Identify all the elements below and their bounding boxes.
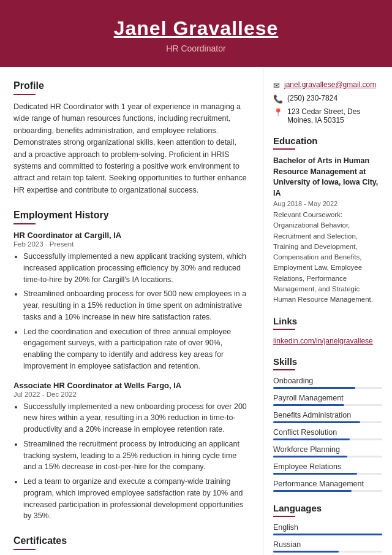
left-column: Profile Dedicated HR Coordinator with 1 … bbox=[0, 67, 263, 555]
list-item: Led a team to organize and execute a com… bbox=[23, 476, 249, 522]
employment-divider bbox=[13, 223, 36, 224]
job-1-bullets: Successfully implemented a new applicant… bbox=[13, 251, 249, 372]
skill-bar-fill bbox=[273, 473, 357, 475]
language-label: English bbox=[273, 523, 382, 532]
contact-section: ✉ janel.gravallese@gmail.com 📞 (250) 230… bbox=[273, 80, 382, 124]
skill-bar-bg bbox=[273, 456, 382, 457]
profile-title: Profile bbox=[13, 80, 249, 91]
list-item: Successfully implemented a new onboardin… bbox=[23, 401, 249, 435]
skill-label: Workforce Planning bbox=[273, 445, 382, 454]
address-text: 123 Cedar Street, Des Moines, IA 50315 bbox=[287, 107, 382, 124]
skills-list: Onboarding Payroll Management Benefits A… bbox=[273, 377, 382, 492]
list-item: Successfully implemented a new applicant… bbox=[23, 251, 249, 285]
list-item: Streamlined onboarding process for over … bbox=[23, 288, 249, 323]
skill-item: Performance Management bbox=[273, 480, 382, 492]
education-divider bbox=[273, 148, 295, 150]
job-2: Associate HR Coordinator at Wells Fargo,… bbox=[13, 381, 249, 522]
job-2-title: Associate HR Coordinator at Wells Fargo,… bbox=[13, 381, 249, 390]
skill-bar-bg bbox=[273, 421, 382, 423]
job-2-bullets: Successfully implemented a new onboardin… bbox=[13, 401, 249, 522]
candidate-title: HR Coordinator bbox=[12, 44, 380, 53]
job-2-dates: Jul 2022 - Dec 2022 bbox=[13, 391, 249, 398]
skill-bar-bg bbox=[273, 404, 382, 406]
skill-label: Onboarding bbox=[273, 377, 382, 385]
certificates-section: Certificates Society for Human Resource … bbox=[13, 535, 249, 555]
email-link[interactable]: janel.gravallese@gmail.com bbox=[284, 80, 376, 89]
language-bar-fill bbox=[273, 551, 339, 553]
education-section: Education Bachelor of Arts in Human Reso… bbox=[273, 136, 382, 305]
languages-list: English Russian bbox=[273, 523, 382, 553]
skill-label: Performance Management bbox=[273, 480, 382, 488]
language-item: Russian bbox=[273, 540, 382, 553]
skill-bar-fill bbox=[273, 404, 344, 406]
skill-label: Conflict Resolution bbox=[273, 428, 382, 437]
skill-bar-bg bbox=[273, 387, 382, 389]
contact-address: 📍 123 Cedar Street, Des Moines, IA 50315 bbox=[273, 107, 382, 124]
skill-bar-fill bbox=[273, 421, 360, 423]
skill-item: Conflict Resolution bbox=[273, 428, 382, 440]
skill-label: Benefits Administration bbox=[273, 411, 382, 419]
education-degree: Bachelor of Arts in Human Resource Manag… bbox=[273, 156, 382, 199]
skills-title: Skills bbox=[273, 356, 382, 367]
certificates-title: Certificates bbox=[13, 535, 249, 546]
language-item: English bbox=[273, 523, 382, 535]
language-bar-bg bbox=[273, 534, 382, 535]
language-label: Russian bbox=[273, 540, 382, 549]
right-column: ✉ janel.gravallese@gmail.com 📞 (250) 230… bbox=[263, 67, 392, 555]
skill-bar-bg bbox=[273, 490, 382, 492]
employment-section: Employment History HR Coordinator at Car… bbox=[13, 210, 249, 522]
certificates-divider bbox=[13, 549, 36, 550]
contact-email: ✉ janel.gravallese@gmail.com bbox=[273, 80, 382, 90]
links-section: Links linkedin.com/in/janelgravallese bbox=[273, 316, 382, 345]
email-icon: ✉ bbox=[273, 81, 280, 90]
education-dates: Aug 2018 - May 2022 bbox=[273, 200, 382, 207]
education-coursework: Relevant Coursework: Organizational Beha… bbox=[273, 210, 382, 305]
skill-bar-bg bbox=[273, 438, 382, 440]
skills-section: Skills Onboarding Payroll Management Ben… bbox=[273, 356, 382, 492]
skill-item: Payroll Management bbox=[273, 394, 382, 406]
languages-title: Languages bbox=[273, 503, 382, 513]
employment-title: Employment History bbox=[13, 210, 249, 221]
contact-phone: 📞 (250) 230-7824 bbox=[273, 94, 382, 104]
skill-bar-fill bbox=[273, 456, 347, 457]
links-divider bbox=[273, 329, 295, 330]
profile-section: Profile Dedicated HR Coordinator with 1 … bbox=[13, 80, 249, 196]
education-title: Education bbox=[273, 136, 382, 146]
candidate-name: Janel Gravallese bbox=[12, 17, 380, 40]
skill-bar-fill bbox=[273, 438, 350, 440]
job-1-dates: Feb 2023 - Present bbox=[13, 240, 249, 248]
skill-item: Employee Relations bbox=[273, 462, 382, 475]
skill-item: Workforce Planning bbox=[273, 445, 382, 457]
languages-divider bbox=[273, 516, 295, 517]
languages-section: Languages English Russian bbox=[273, 503, 382, 553]
skill-item: Benefits Administration bbox=[273, 411, 382, 423]
profile-text: Dedicated HR Coordinator with 1 year of … bbox=[13, 101, 249, 196]
skills-divider bbox=[273, 369, 295, 370]
profile-divider bbox=[13, 94, 36, 95]
skill-item: Onboarding bbox=[273, 377, 382, 389]
skill-bar-fill bbox=[273, 490, 352, 492]
skill-label: Employee Relations bbox=[273, 462, 382, 471]
phone-number: (250) 230-7824 bbox=[287, 94, 337, 102]
header: Janel Gravallese HR Coordinator bbox=[0, 0, 392, 67]
skill-bar-fill bbox=[273, 387, 355, 389]
linkedin-link[interactable]: linkedin.com/in/janelgravallese bbox=[273, 337, 373, 345]
links-title: Links bbox=[273, 316, 382, 326]
phone-icon: 📞 bbox=[273, 94, 283, 104]
skill-bar-bg bbox=[273, 473, 382, 475]
skill-label: Payroll Management bbox=[273, 394, 382, 402]
job-1: HR Coordinator at Cargill, IA Feb 2023 -… bbox=[13, 231, 249, 372]
language-bar-bg bbox=[273, 551, 382, 553]
list-item: Streamlined the recruitment process by i… bbox=[23, 438, 249, 473]
language-bar-fill bbox=[273, 534, 382, 535]
list-item: Led the coordination and execution of th… bbox=[23, 326, 249, 372]
location-icon: 📍 bbox=[273, 108, 283, 117]
job-1-title: HR Coordinator at Cargill, IA bbox=[13, 231, 249, 240]
